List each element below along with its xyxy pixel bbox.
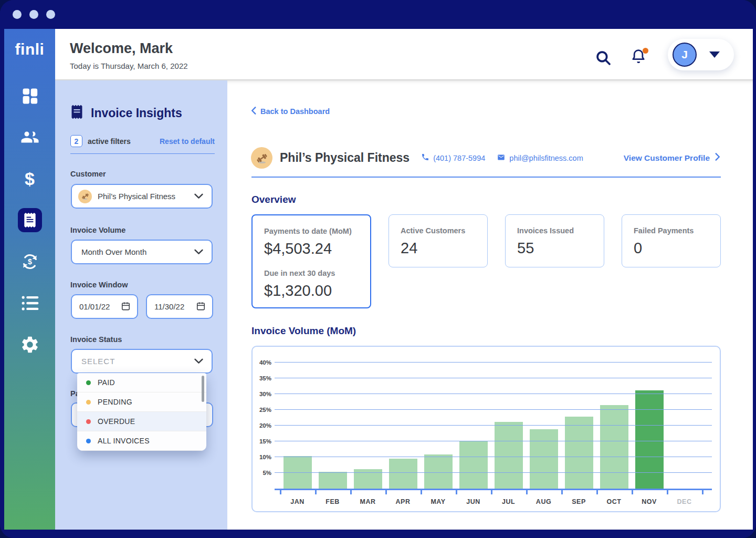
overdue-status-dot-icon	[86, 419, 91, 424]
menu-item-overdue[interactable]: OVERDUE	[77, 412, 206, 431]
finli-logo: finli	[15, 40, 45, 58]
x-axis-tick	[315, 490, 317, 494]
gridline	[275, 457, 712, 457]
chart-slot-dec: DEC	[667, 356, 702, 489]
invoice-window-end-input[interactable]: 11/30/22	[146, 294, 213, 319]
customer-email[interactable]: phil@philsfitness.com	[497, 153, 583, 163]
back-link-label: Back to Dashboard	[260, 107, 330, 116]
page-subtitle: Today is Thursday, March 6, 2022	[70, 61, 188, 70]
y-axis-tick-label: 5%	[253, 470, 271, 476]
sidebar-item-list[interactable]	[18, 291, 42, 315]
customer-email-address: phil@philsfitness.com	[509, 154, 583, 162]
chevron-right-icon	[715, 153, 720, 163]
customer-select-value: Phil’s Physical Fitness	[98, 192, 175, 201]
start-date-value: 01/01/22	[79, 302, 110, 311]
svg-text:$: $	[28, 257, 32, 266]
account-menu[interactable]: J	[668, 39, 734, 70]
sidebar-item-payments[interactable]: $	[18, 167, 42, 191]
invoice-status-placeholder: SELECT	[81, 357, 115, 366]
chart-bar-feb	[319, 472, 347, 489]
all-invoices-status-dot-icon	[86, 439, 91, 443]
card-label: Failed Payments	[634, 226, 720, 235]
search-button[interactable]	[594, 49, 612, 67]
x-axis-tick	[632, 490, 633, 494]
invoice-volume-select[interactable]: Month Over Month	[71, 240, 213, 264]
card-label: Active Customers	[401, 226, 487, 235]
menu-item-paid[interactable]: PAID	[77, 373, 206, 392]
chart-slot-jan: JAN	[280, 356, 315, 489]
card-value: 24	[401, 240, 487, 257]
chart-title: Invoice Volume (MoM)	[251, 325, 356, 337]
y-axis-tick-label: 20%	[253, 422, 271, 429]
menu-item-label: PENDING	[98, 398, 132, 406]
chart-slot-jun: JUN	[456, 356, 491, 489]
chart-bar-nov	[635, 390, 664, 489]
x-axis-tick	[280, 490, 281, 494]
card-label: Invoices Issued	[517, 226, 604, 235]
chart-bar-apr	[389, 459, 417, 489]
view-customer-profile-link[interactable]: View Customer Profile	[624, 153, 720, 163]
chevron-down-icon	[194, 192, 203, 201]
dashboard-icon	[21, 87, 39, 105]
list-icon	[21, 295, 39, 311]
reset-to-default-link[interactable]: Reset to default	[160, 137, 215, 146]
x-axis-month-label: DEC	[677, 498, 692, 505]
x-axis-tick	[702, 490, 704, 494]
paid-status-dot-icon	[86, 380, 91, 385]
invoice-volume-select-value: Month Over Month	[81, 247, 146, 256]
customer-select[interactable]: Phil’s Physical Fitness	[71, 184, 213, 209]
sidebar-item-settings[interactable]	[18, 333, 42, 357]
x-axis-month-label: MAY	[430, 498, 445, 505]
notifications-button[interactable]	[630, 48, 648, 67]
dropdown-scrollbar[interactable]	[202, 376, 204, 402]
window-dot[interactable]	[29, 10, 38, 19]
search-icon	[594, 59, 612, 68]
invoice-status-dropdown-menu: PAID PENDING OVERDUE ALL INVOICES	[77, 373, 206, 451]
card-label: Payments to date (MoM)	[264, 227, 370, 235]
back-to-dashboard-link[interactable]: Back to Dashboard	[251, 107, 330, 116]
sidebar-item-invoices[interactable]	[18, 208, 42, 232]
chart-slot-mar: MAR	[350, 356, 385, 489]
invoice-status-select[interactable]: SELECT	[71, 349, 213, 374]
customer-phone[interactable]: (401) 787-5994	[421, 153, 485, 163]
gridline	[275, 472, 712, 473]
active-filters-label: active filters	[88, 137, 131, 146]
pending-status-dot-icon	[86, 400, 91, 405]
customers-icon	[20, 128, 39, 147]
x-axis-tick	[350, 490, 352, 494]
x-axis-month-label: JAN	[290, 498, 304, 505]
x-axis-tick	[491, 490, 492, 494]
y-axis-tick-label: 30%	[253, 391, 271, 397]
recurring-payments-icon: $	[20, 252, 39, 271]
x-axis-tick	[596, 490, 598, 494]
customer-avatar	[251, 147, 272, 169]
invoice-insights-panel: Invoice Insights 2 active filters Reset …	[55, 80, 227, 530]
phone-icon	[421, 153, 429, 163]
card-value: $4,503.24	[264, 240, 370, 257]
window-dot[interactable]	[46, 10, 55, 19]
x-axis-tick	[421, 490, 422, 494]
divider	[70, 153, 215, 154]
gridline	[275, 425, 712, 426]
chart-bar-may	[424, 454, 453, 489]
gridline	[275, 409, 712, 410]
invoice-status-label: Invoice Status	[70, 335, 122, 344]
invoice-window-start-input[interactable]: 01/01/22	[71, 294, 138, 319]
notification-badge	[643, 48, 648, 54]
sidebar-item-customers[interactable]	[18, 125, 42, 149]
chart-bar-sep	[565, 417, 593, 489]
customer-avatar	[78, 190, 92, 203]
menu-item-all-invoices[interactable]: ALL INVOICES	[77, 431, 206, 451]
calendar-icon	[121, 301, 131, 313]
window-titlebar	[0, 0, 756, 29]
sidebar-item-dashboard[interactable]	[18, 84, 42, 108]
chart-slot-jul: JUL	[491, 356, 526, 489]
x-axis-month-label: JUL	[502, 498, 515, 505]
x-axis-month-label: AUG	[536, 498, 551, 505]
menu-item-pending[interactable]: PENDING	[77, 392, 206, 412]
active-filters-count-badge: 2	[70, 135, 82, 147]
chevron-down-icon	[194, 247, 203, 256]
window-dot[interactable]	[13, 10, 22, 19]
y-axis-tick-label: 25%	[253, 407, 271, 413]
sidebar-item-recurring-payments[interactable]: $	[18, 250, 42, 274]
